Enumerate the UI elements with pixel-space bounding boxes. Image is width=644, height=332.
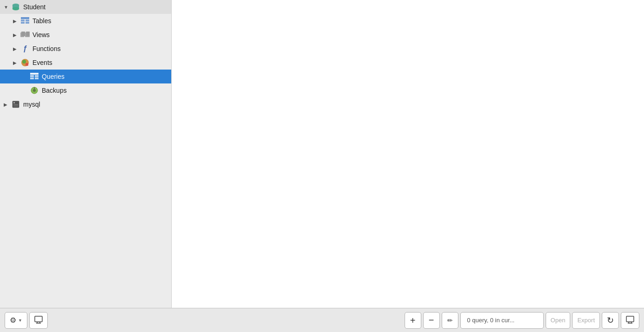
action-button-group: Open Export — [546, 312, 600, 329]
mysql-label: mysql — [23, 101, 40, 108]
gear-dropdown-icon: ▼ — [18, 318, 22, 323]
svg-rect-10 — [21, 32, 25, 36]
sidebar-item-events[interactable]: ▶ Events — [0, 56, 171, 70]
backups-label: Backups — [42, 87, 67, 94]
views-label: Views — [32, 31, 50, 38]
svg-rect-22 — [34, 87, 35, 89]
svg-rect-25 — [13, 104, 18, 105]
events-icon — [20, 58, 30, 67]
svg-rect-7 — [26, 22, 29, 24]
svg-rect-6 — [21, 22, 25, 24]
svg-point-2 — [13, 7, 19, 10]
sidebar-item-queries[interactable]: Queries — [0, 70, 171, 83]
svg-point-21 — [33, 89, 36, 92]
tables-arrow-icon: ▶ — [13, 19, 20, 24]
add-button[interactable]: + — [405, 312, 421, 329]
svg-rect-24 — [13, 102, 15, 103]
svg-rect-14 — [26, 63, 28, 66]
svg-rect-19 — [35, 77, 39, 79]
edit-button[interactable]: ✏ — [442, 312, 458, 329]
functions-label: Functions — [32, 45, 61, 52]
status-text: 0 query, 0 in cur... — [467, 317, 515, 324]
screen-toggle-button[interactable] — [29, 312, 48, 329]
backups-icon — [30, 86, 39, 95]
svg-rect-11 — [26, 32, 30, 36]
svg-rect-17 — [35, 75, 39, 77]
views-arrow-icon: ▶ — [13, 32, 20, 38]
svg-rect-16 — [30, 75, 34, 77]
svg-rect-4 — [21, 19, 25, 21]
views-icon — [20, 30, 30, 39]
open-label: Open — [551, 317, 566, 324]
sidebar: ▼ Student▶ Tables▶ Views▶ƒFunctions▶ Eve… — [0, 0, 172, 308]
queries-label: Queries — [42, 73, 64, 80]
sidebar-item-functions[interactable]: ▶ƒFunctions — [0, 42, 171, 56]
crud-button-group: + − ✏ — [405, 312, 458, 329]
svg-rect-26 — [13, 106, 18, 106]
remove-button[interactable]: − — [423, 312, 440, 329]
svg-rect-3 — [21, 17, 29, 19]
open-button[interactable]: Open — [546, 312, 571, 329]
mysql-arrow-icon: ▶ — [4, 102, 11, 107]
screen-icon — [34, 315, 43, 326]
sidebar-item-tables[interactable]: ▶ Tables — [0, 14, 171, 28]
functions-icon: ƒ — [20, 44, 30, 53]
refresh-button[interactable]: ↻ — [602, 312, 619, 329]
gear-button[interactable]: ⚙ ▼ — [5, 312, 27, 329]
sidebar-item-mysql[interactable]: ▶ mysql — [0, 97, 171, 111]
sidebar-item-views[interactable]: ▶ Views — [0, 28, 171, 42]
functions-arrow-icon: ▶ — [13, 46, 20, 51]
tables-icon — [20, 16, 30, 26]
database-icon — [11, 2, 20, 12]
fullscreen-icon — [626, 315, 634, 326]
fullscreen-button[interactable] — [621, 312, 639, 329]
minus-icon: − — [429, 315, 434, 326]
status-display: 0 query, 0 in cur... — [460, 312, 544, 329]
svg-rect-15 — [30, 73, 39, 75]
events-label: Events — [32, 59, 52, 66]
export-button[interactable]: Export — [572, 312, 600, 329]
pencil-icon: ✏ — [447, 317, 453, 324]
export-label: Export — [577, 317, 595, 324]
refresh-icon: ↻ — [607, 315, 614, 326]
svg-point-13 — [22, 60, 26, 64]
svg-rect-31 — [626, 316, 634, 322]
main-area: ▼ Student▶ Tables▶ Views▶ƒFunctions▶ Eve… — [0, 0, 644, 308]
student-label: Student — [23, 3, 45, 11]
bottom-toolbar: ⚙ ▼ + − ✏ 0 query, 0 in cur... — [0, 308, 644, 332]
gear-icon: ⚙ — [10, 316, 16, 325]
sidebar-item-student[interactable]: ▼ Student — [0, 0, 171, 14]
tables-label: Tables — [32, 17, 51, 25]
plus-icon: + — [410, 316, 416, 325]
svg-rect-5 — [26, 19, 29, 21]
svg-rect-18 — [30, 77, 34, 79]
sidebar-item-backups[interactable]: Backups — [0, 83, 171, 97]
svg-rect-27 — [35, 316, 42, 322]
events-arrow-icon: ▶ — [13, 60, 20, 65]
student-arrow-icon: ▼ — [4, 5, 11, 10]
queries-icon — [30, 72, 39, 81]
server-icon — [11, 100, 20, 109]
content-area — [172, 0, 644, 308]
